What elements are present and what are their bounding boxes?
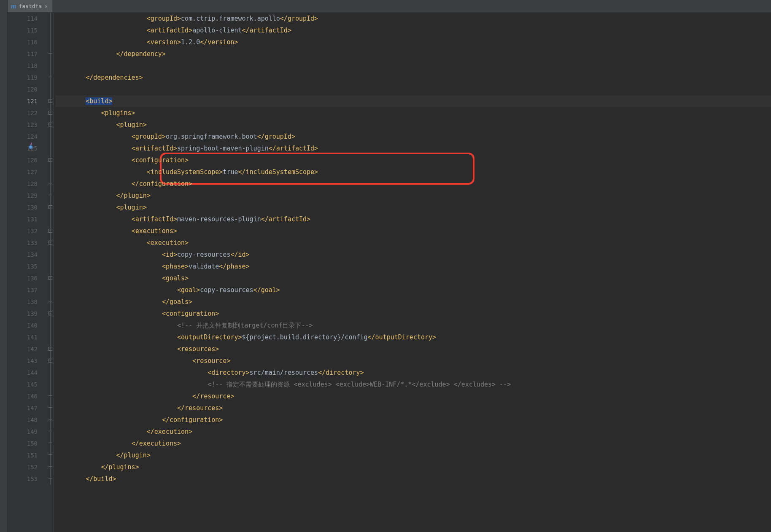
line-number[interactable]: 134: [8, 249, 38, 261]
line-number[interactable]: 120: [8, 83, 38, 95]
code-line[interactable]: </dependency>: [55, 48, 771, 60]
line-number[interactable]: 149: [8, 426, 38, 438]
code-line[interactable]: <resources>: [55, 343, 771, 355]
line-number[interactable]: 142: [8, 343, 38, 355]
line-number[interactable]: 150: [8, 438, 38, 449]
line-number[interactable]: 152: [8, 461, 38, 473]
line-number[interactable]: 132: [8, 225, 38, 237]
code-line[interactable]: <build>: [55, 95, 771, 107]
code-line[interactable]: <artifactId>spring-boot-maven-plugin</ar…: [55, 142, 771, 154]
code-line[interactable]: <artifactId>apollo-client</artifactId>: [55, 24, 771, 36]
code-line[interactable]: <!-- 并把文件复制到target/conf目录下-->: [55, 320, 771, 331]
line-number[interactable]: 119: [8, 72, 38, 83]
code-line[interactable]: <plugin>: [55, 119, 771, 131]
code-line[interactable]: <directory>src/main/resources</directory…: [55, 367, 771, 379]
code-line[interactable]: <version>1.2.0</version>: [55, 36, 771, 48]
line-number[interactable]: 136: [8, 272, 38, 284]
line-number-gutter[interactable]: 1141151161171181191201211221231241251261…: [8, 13, 48, 532]
code-line[interactable]: <goals>: [55, 272, 771, 284]
line-number[interactable]: 145: [8, 379, 38, 390]
fold-column[interactable]: -----------: [48, 13, 54, 532]
code-line[interactable]: [55, 60, 771, 72]
line-number[interactable]: 130: [8, 202, 38, 213]
code-line[interactable]: </resource>: [55, 390, 771, 402]
line-number[interactable]: 147: [8, 402, 38, 414]
line-number[interactable]: 153: [8, 473, 38, 485]
line-number[interactable]: 148: [8, 414, 38, 426]
fold-guide-line: [50, 13, 51, 485]
code-line[interactable]: </configuration>: [55, 178, 771, 190]
code-line[interactable]: </configuration>: [55, 414, 771, 426]
line-number[interactable]: 140: [8, 320, 38, 331]
editor-tab-fastdfs[interactable]: m fastdfs ×: [8, 0, 52, 12]
code-line[interactable]: <id>copy-resources</id>: [55, 249, 771, 261]
code-line[interactable]: [55, 83, 771, 95]
code-line[interactable]: </goals>: [55, 296, 771, 308]
line-number[interactable]: 141: [8, 331, 38, 343]
line-number[interactable]: 131: [8, 213, 38, 225]
line-number[interactable]: 151: [8, 449, 38, 461]
line-number[interactable]: 123: [8, 119, 38, 131]
line-number[interactable]: 122: [8, 107, 38, 119]
line-number[interactable]: 146: [8, 390, 38, 402]
code-line[interactable]: <configuration>: [55, 154, 771, 166]
line-number[interactable]: 124: [8, 131, 38, 142]
code-line[interactable]: <configuration>: [55, 308, 771, 320]
code-line[interactable]: <plugins>: [55, 107, 771, 119]
code-line[interactable]: </plugin>: [55, 190, 771, 202]
line-number[interactable]: 121: [8, 95, 38, 107]
line-number[interactable]: 135: [8, 261, 38, 272]
close-icon[interactable]: ×: [44, 3, 48, 10]
editor-tab-bar: m fastdfs ×: [8, 0, 771, 13]
line-number[interactable]: 143: [8, 355, 38, 367]
tab-filename: fastdfs: [19, 3, 42, 9]
code-line[interactable]: <artifactId>maven-resources-plugin</arti…: [55, 213, 771, 225]
line-number[interactable]: 116: [8, 36, 38, 48]
code-line[interactable]: <!-- 指定不需要处理的资源 <excludes> <exclude>WEB-…: [55, 379, 771, 390]
line-number[interactable]: 126: [8, 154, 38, 166]
line-number[interactable]: 129: [8, 190, 38, 202]
line-number[interactable]: 127: [8, 166, 38, 178]
tool-window-strip[interactable]: [0, 0, 8, 532]
code-line[interactable]: </resources>: [55, 402, 771, 414]
line-number[interactable]: 137: [8, 284, 38, 296]
line-number[interactable]: 114: [8, 13, 38, 24]
line-number[interactable]: 115: [8, 24, 38, 36]
code-line[interactable]: </execution>: [55, 426, 771, 438]
code-line[interactable]: <plugin>: [55, 202, 771, 213]
line-number[interactable]: 133: [8, 237, 38, 249]
editor-area: 1141151161171181191201211221231241251261…: [8, 13, 771, 532]
code-line[interactable]: <groupId>org.springframework.boot</group…: [55, 131, 771, 142]
code-line[interactable]: <executions>: [55, 225, 771, 237]
code-line[interactable]: <goal>copy-resources</goal>: [55, 284, 771, 296]
line-number[interactable]: 118: [8, 60, 38, 72]
line-number[interactable]: 117: [8, 48, 38, 60]
line-number[interactable]: 125: [8, 142, 38, 154]
line-number[interactable]: 128: [8, 178, 38, 190]
code-line[interactable]: </dependencies>: [55, 72, 771, 83]
code-line[interactable]: <groupId>com.ctrip.framework.apollo</gro…: [55, 13, 771, 24]
code-line[interactable]: </executions>: [55, 438, 771, 449]
line-number[interactable]: 144: [8, 367, 38, 379]
line-number[interactable]: 139: [8, 308, 38, 320]
code-editor[interactable]: <groupId>com.ctrip.framework.apollo</gro…: [54, 13, 771, 532]
code-line[interactable]: </plugin>: [55, 449, 771, 461]
code-line[interactable]: </plugins>: [55, 461, 771, 473]
code-line[interactable]: <includeSystemScope>true</includeSystemS…: [55, 166, 771, 178]
code-line[interactable]: <phase>validate</phase>: [55, 261, 771, 272]
maven-file-icon: m: [11, 3, 16, 10]
code-line[interactable]: </build>: [55, 473, 771, 485]
line-number[interactable]: 138: [8, 296, 38, 308]
code-line[interactable]: <resource>: [55, 355, 771, 367]
code-line[interactable]: <outputDirectory>${project.build.directo…: [55, 331, 771, 343]
override-gutter-icon[interactable]: [29, 145, 35, 151]
code-line[interactable]: <execution>: [55, 237, 771, 249]
